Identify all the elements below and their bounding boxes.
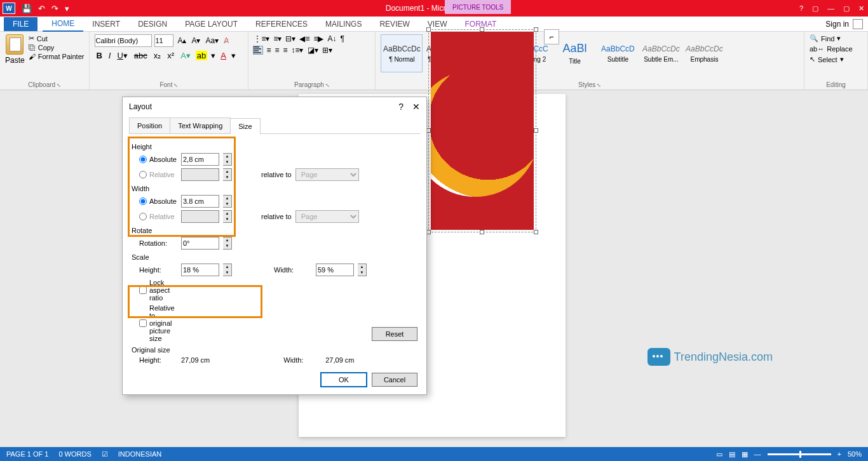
read-mode-icon[interactable]: ▭ <box>716 450 722 458</box>
dialog-help-icon[interactable]: ? <box>398 102 403 112</box>
change-case-icon[interactable]: Aa▾ <box>204 36 220 45</box>
style-item-5[interactable]: AaBbCcDSubtitle <box>597 34 639 72</box>
zoom-slider[interactable] <box>768 453 831 455</box>
tab-position[interactable]: Position <box>129 117 170 133</box>
redo-icon[interactable]: ↷ <box>51 4 58 13</box>
cancel-button[interactable]: Cancel <box>372 373 417 387</box>
ribbon-display-icon[interactable]: ▢ <box>812 4 818 13</box>
paste-button[interactable]: Paste <box>5 34 25 65</box>
align-center-button[interactable]: ≡ <box>266 46 271 55</box>
close-icon[interactable]: ✕ <box>858 4 864 13</box>
style-item-4[interactable]: AaBlTitle <box>553 34 595 72</box>
proofing-icon[interactable]: ☑ <box>102 450 108 458</box>
scale-height-input[interactable] <box>181 264 219 276</box>
height-absolute-radio[interactable]: Absolute <box>139 156 177 163</box>
tab-size[interactable]: Size <box>230 118 260 134</box>
language-indicator[interactable]: INDONESIAN <box>118 450 161 458</box>
dialog-launcher-icon[interactable]: ⤡ <box>173 83 178 88</box>
grow-font-icon[interactable]: A▴ <box>176 36 187 45</box>
spinner[interactable]: ▲▼ <box>223 195 232 208</box>
resize-handle-tl[interactable] <box>426 27 431 32</box>
text-effects-icon[interactable]: A▾ <box>179 51 192 60</box>
lock-aspect-checkbox[interactable]: Lock aspect ratio <box>139 279 177 302</box>
resize-handle-tr[interactable] <box>534 27 538 32</box>
cut-button[interactable]: ✂Cut <box>29 34 85 43</box>
style-item-7[interactable]: AaBbCcDcEmphasis <box>683 34 725 72</box>
tab-review[interactable]: REVIEW <box>370 17 418 31</box>
decrease-indent-icon[interactable]: ◀≡ <box>299 34 309 43</box>
dialog-launcher-icon[interactable]: ⤡ <box>597 83 601 88</box>
borders-icon[interactable]: ⊞▾ <box>322 46 332 55</box>
bold-button[interactable]: B <box>95 51 103 60</box>
dialog-launcher-icon[interactable]: ⤡ <box>325 83 330 88</box>
highlight-icon[interactable]: ab <box>196 51 207 60</box>
tab-home[interactable]: HOME <box>43 17 83 32</box>
resize-handle-bl[interactable] <box>426 230 431 234</box>
increase-indent-icon[interactable]: ≡▶ <box>313 34 323 43</box>
sign-in[interactable]: Sign in <box>825 19 863 29</box>
width-relative-radio[interactable]: Relative <box>139 213 177 220</box>
select-button[interactable]: ↖Select ▾ <box>810 55 862 63</box>
align-right-button[interactable]: ≡ <box>275 46 279 55</box>
clear-formatting-icon[interactable]: A̷ <box>222 36 230 45</box>
resize-handle-r[interactable] <box>534 128 538 133</box>
dialog-close-icon[interactable]: ✕ <box>412 102 420 112</box>
shading-icon[interactable]: ◪▾ <box>308 46 318 55</box>
tab-page-layout[interactable]: PAGE LAYOUT <box>176 17 247 31</box>
tab-text-wrapping[interactable]: Text Wrapping <box>170 117 231 133</box>
tab-file[interactable]: FILE <box>4 17 37 31</box>
superscript-button[interactable]: x² <box>166 51 175 60</box>
spinner[interactable]: ▲▼ <box>358 264 367 276</box>
page-indicator[interactable]: PAGE 1 OF 1 <box>6 450 48 458</box>
resize-handle-l[interactable] <box>426 128 431 133</box>
font-name-combo[interactable] <box>95 34 152 47</box>
multilevel-icon[interactable]: ⊟▾ <box>285 34 295 43</box>
style-item-6[interactable]: AaBbCcDcSubtle Em... <box>640 34 682 72</box>
spinner[interactable]: ▲▼ <box>223 264 232 276</box>
show-marks-icon[interactable]: ¶ <box>341 34 344 43</box>
font-color-icon[interactable]: A <box>219 51 227 60</box>
resize-handle-br[interactable] <box>534 230 538 234</box>
line-spacing-icon[interactable]: ↕≡▾ <box>291 46 303 55</box>
width-absolute-input[interactable] <box>181 195 219 208</box>
rotation-input[interactable] <box>181 237 219 250</box>
italic-button[interactable]: I <box>107 51 112 60</box>
font-size-combo[interactable] <box>154 34 173 47</box>
zoom-in-icon[interactable]: + <box>837 450 841 458</box>
word-count[interactable]: 0 WORDS <box>58 450 91 458</box>
maximize-icon[interactable]: ▢ <box>843 4 850 13</box>
align-left-button[interactable] <box>254 46 262 54</box>
zoom-level[interactable]: 50% <box>848 450 862 458</box>
subscript-button[interactable]: x₂ <box>153 51 163 60</box>
tab-mailings[interactable]: MAILINGS <box>316 17 370 31</box>
tab-insert[interactable]: INSERT <box>83 17 129 31</box>
width-absolute-radio[interactable]: Absolute <box>139 197 177 205</box>
relative-original-checkbox[interactable]: Relative to original picture size <box>139 304 177 342</box>
spinner[interactable]: ▲▼ <box>223 153 232 166</box>
scale-width-input[interactable] <box>316 264 354 276</box>
style-item-0[interactable]: AaBbCcDc¶ Normal <box>381 34 423 72</box>
resize-handle-t[interactable] <box>480 27 484 32</box>
justify-button[interactable]: ≡ <box>283 46 287 55</box>
copy-button[interactable]: ⿻Copy <box>29 44 85 51</box>
spinner[interactable]: ▲▼ <box>223 237 232 250</box>
resize-handle-b[interactable] <box>480 230 484 234</box>
ok-button[interactable]: OK <box>321 373 367 387</box>
format-painter-button[interactable]: 🖌Format Painter <box>29 53 85 60</box>
tab-design[interactable]: DESIGN <box>129 17 176 31</box>
find-button[interactable]: 🔍Find ▾ <box>810 34 862 43</box>
height-relative-radio[interactable]: Relative <box>139 171 177 178</box>
bullets-icon[interactable]: ⋮≡▾ <box>254 34 269 43</box>
tab-references[interactable]: REFERENCES <box>247 17 316 31</box>
strikethrough-button[interactable]: abc <box>133 51 149 60</box>
layout-options-floaty[interactable]: ⌐ <box>544 29 559 44</box>
minimize-icon[interactable]: — <box>827 4 834 13</box>
save-icon[interactable]: 💾 <box>22 4 32 13</box>
help-icon[interactable]: ? <box>799 4 803 13</box>
print-layout-icon[interactable]: ▤ <box>729 450 735 458</box>
web-layout-icon[interactable]: ▦ <box>742 450 748 458</box>
sort-icon[interactable]: A↓ <box>328 34 337 43</box>
numbering-icon[interactable]: ≡▾ <box>273 34 281 43</box>
qat-customize-icon[interactable]: ▾ <box>65 4 69 13</box>
shrink-font-icon[interactable]: A▾ <box>190 36 201 45</box>
